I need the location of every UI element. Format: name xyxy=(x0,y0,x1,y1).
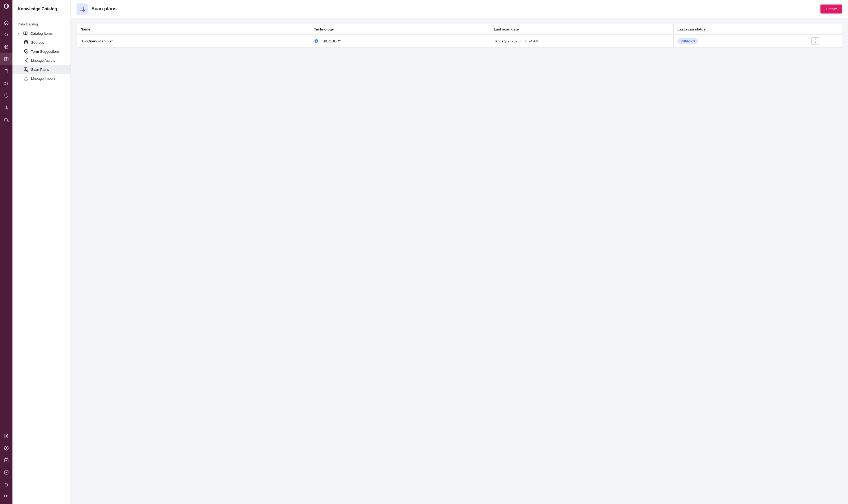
app-root: FB Knowledge Catalog Data Catalog Catalo… xyxy=(0,0,848,504)
svg-rect-9 xyxy=(4,84,5,85)
svg-rect-1 xyxy=(7,4,7,8)
sidebar-section-label: Data Catalog xyxy=(13,18,71,29)
col-header-actions xyxy=(788,24,842,35)
col-header-name[interactable]: Name xyxy=(77,24,310,35)
sidebar-item-label: Catalog Items xyxy=(31,32,53,36)
sidebar-title: Knowledge Catalog xyxy=(13,0,71,18)
svg-point-26 xyxy=(815,39,816,40)
row-actions-button[interactable] xyxy=(811,37,819,45)
sidebar-item-term-suggestions[interactable]: Term Suggestions xyxy=(13,47,71,56)
page-icon xyxy=(77,3,88,15)
sidebar-item-label: Term Suggestions xyxy=(31,50,60,54)
rail-item-home[interactable] xyxy=(0,16,13,29)
main: Scan plans Create Name Technology Last s… xyxy=(71,0,848,504)
col-header-last-scan-date[interactable]: Last scan date xyxy=(490,24,674,35)
sidebar-item-catalog-items[interactable]: Catalog Items xyxy=(13,29,71,38)
rail-item-explore[interactable] xyxy=(0,114,13,126)
rail-item-check-square[interactable] xyxy=(0,454,13,466)
logo-icon xyxy=(3,3,9,9)
cell-last-scan-date: January 9, 2025 8:58:24 AM xyxy=(490,35,674,48)
sidebar-item-label: Scan Plans xyxy=(31,68,49,72)
cell-name: BigQuery scan plan xyxy=(77,35,310,48)
scan-plans-icon xyxy=(23,67,28,72)
cell-last-scan-status: RUNNING xyxy=(674,35,788,48)
table-header-row: Name Technology Last scan date Last scan… xyxy=(77,24,842,35)
sidebar-item-lineage-import[interactable]: Lineage Import xyxy=(13,74,71,83)
page-title: Scan plans xyxy=(91,6,116,12)
svg-rect-18 xyxy=(27,58,28,60)
svg-point-25 xyxy=(316,40,317,42)
svg-point-0 xyxy=(4,4,8,8)
main-header: Scan plans Create xyxy=(71,0,848,18)
rail-item-analytics[interactable] xyxy=(0,102,13,114)
rail-item-add-panel[interactable] xyxy=(0,466,13,479)
svg-point-28 xyxy=(815,42,816,43)
svg-rect-14 xyxy=(4,458,8,462)
svg-point-16 xyxy=(24,40,28,42)
rail-item-target[interactable] xyxy=(0,41,13,53)
rail-item-catalog[interactable] xyxy=(0,53,13,65)
rail-item-settings[interactable] xyxy=(0,442,13,454)
upload-icon xyxy=(23,76,28,81)
cell-technology: BIGQUERY xyxy=(310,35,490,48)
rail-item-notifications[interactable] xyxy=(0,479,13,491)
bigquery-icon xyxy=(314,39,319,43)
svg-point-12 xyxy=(5,436,7,437)
nav-rail: FB xyxy=(0,0,13,504)
sidebar: Knowledge Catalog Data Catalog Catalog I… xyxy=(13,0,71,504)
chevron-right-icon xyxy=(18,32,20,36)
svg-rect-19 xyxy=(27,61,28,62)
content-area: Name Technology Last scan date Last scan… xyxy=(71,18,848,54)
rail-item-shield[interactable] xyxy=(0,90,13,102)
svg-rect-10 xyxy=(4,119,7,121)
user-avatar[interactable]: FB xyxy=(0,491,13,501)
col-header-technology[interactable]: Technology xyxy=(310,24,490,35)
svg-point-5 xyxy=(6,47,6,47)
cell-technology-label: BIGQUERY xyxy=(323,39,341,43)
rail-item-clipboard[interactable] xyxy=(0,65,13,77)
rail-group-bottom: FB xyxy=(0,430,13,501)
rail-item-schema[interactable] xyxy=(0,77,13,90)
svg-rect-17 xyxy=(24,60,25,61)
sidebar-item-sources[interactable]: Sources xyxy=(13,38,71,47)
rail-item-search[interactable] xyxy=(0,29,13,41)
svg-point-8 xyxy=(4,82,5,83)
svg-point-13 xyxy=(5,448,7,449)
create-button[interactable]: Create xyxy=(820,4,842,14)
sidebar-item-label: Lineage Import xyxy=(31,76,55,80)
tag-icon xyxy=(23,49,28,54)
lineage-icon xyxy=(23,58,28,63)
sidebar-item-label: Lineage Assets xyxy=(31,58,55,62)
scan-plans-table: Name Technology Last scan date Last scan… xyxy=(77,24,842,48)
status-badge: RUNNING xyxy=(677,38,698,44)
cell-actions xyxy=(788,35,842,48)
sidebar-item-label: Sources xyxy=(31,40,44,44)
sidebar-item-scan-plans[interactable]: Scan Plans xyxy=(13,65,71,74)
svg-point-27 xyxy=(815,41,816,41)
rail-group-top xyxy=(0,16,13,126)
database-icon xyxy=(23,40,28,45)
rail-item-doc-search[interactable] xyxy=(0,430,13,442)
sidebar-item-lineage-assets[interactable]: Lineage Assets xyxy=(13,56,71,65)
svg-point-2 xyxy=(5,33,8,36)
col-header-last-scan-status[interactable]: Last scan status xyxy=(674,24,788,35)
table-row[interactable]: BigQuery scan plan BIGQUERY January 9, 2… xyxy=(77,35,842,48)
book-open-icon xyxy=(23,31,28,36)
